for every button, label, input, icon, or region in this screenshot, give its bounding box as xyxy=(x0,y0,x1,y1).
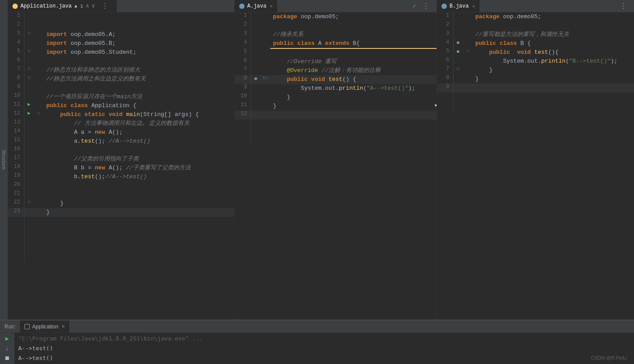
code-cell[interactable] xyxy=(44,190,234,199)
code-cell[interactable] xyxy=(44,146,234,155)
run-tab-application[interactable]: Application ✕ xyxy=(20,320,69,332)
tab-close-a[interactable]: ✕ xyxy=(270,4,273,9)
table-row: 12 xyxy=(235,111,437,120)
code-cell[interactable] xyxy=(44,181,234,190)
code-cell[interactable]: } xyxy=(44,208,234,217)
code-cell[interactable]: import oop.demo05.A; xyxy=(44,30,234,39)
table-row: 13 // 方法事物调用只和左边, 定义的数据有关 xyxy=(8,119,234,128)
run-toolbar: ▶ ↓ ⏹ xyxy=(0,333,15,364)
gutter-cell xyxy=(24,84,34,92)
code-cell[interactable] xyxy=(44,57,234,66)
gutter-cell xyxy=(24,119,34,128)
gutter-cell2 xyxy=(34,39,44,48)
line-number: 20 xyxy=(8,181,24,190)
code-cell[interactable]: public class Application { xyxy=(44,101,234,110)
gutter-cell2 xyxy=(34,164,44,172)
pane2-menu-icon[interactable]: ⋮ xyxy=(419,2,433,11)
code-cell[interactable]: //静态方法调用之和左边定义的数有关 xyxy=(44,75,234,84)
pane3-code-scroll[interactable]: 1 package oop.demo05; 2 xyxy=(437,12,634,320)
code-cell[interactable]: //父类的引用指向了子类 xyxy=(44,155,234,164)
scroll-down-button[interactable]: ↓ xyxy=(3,344,12,352)
fold-down-icon[interactable]: ∨ xyxy=(92,3,95,9)
code-cell[interactable]: //静态方法和非静态的方法区别很大 xyxy=(44,66,234,75)
table-row: 8 ● ↑◻ public void test() { xyxy=(235,75,437,84)
run-tab-bar: Run: Application ✕ xyxy=(0,320,634,333)
gutter-cell xyxy=(24,172,34,181)
code-cell[interactable]: import oop.demo05.B; xyxy=(44,39,234,48)
structure-tab[interactable]: Structure xyxy=(0,0,8,320)
code-cell[interactable]: A a = new A(); xyxy=(44,128,234,137)
table-row: 5 xyxy=(235,48,437,57)
pane1-code-scroll[interactable]: 1 2 xyxy=(8,12,234,320)
table-row: 6 xyxy=(8,57,234,66)
code-cell[interactable] xyxy=(44,84,234,92)
run-label: Run: xyxy=(0,324,20,330)
run-tab-close[interactable]: ✕ xyxy=(61,324,65,329)
table-row: 8 } xyxy=(437,75,634,84)
gutter-cell xyxy=(24,137,34,146)
run-output: "C:\Program Files\Java\jdk1.8.0_251\bin\… xyxy=(15,333,634,364)
run-button[interactable]: ▶ xyxy=(3,335,12,343)
gutter-cell2 xyxy=(34,75,44,84)
editor-pane-2: A.java ✕ ✓ ⋮ xyxy=(235,0,437,320)
gutter-cell2 xyxy=(34,146,44,155)
tab-warning-badge: ▲ 1 xyxy=(74,4,83,9)
gutter-cell: ◻ xyxy=(24,66,34,75)
gutter-cell2 xyxy=(34,199,44,208)
java-file-icon-b xyxy=(441,4,447,9)
csdn-credit: CSDN @R.PeiLi xyxy=(591,355,627,360)
table-row: 5 ● ◁ public void test(){ xyxy=(437,48,634,57)
editor-pane-1: Application.java ▲ 1 ∧ ∨ ⋮ xyxy=(8,0,235,320)
code-cell[interactable]: b.test();//A-->test() xyxy=(44,172,234,181)
code-cell[interactable] xyxy=(44,12,234,21)
gutter-cell2 xyxy=(34,12,44,21)
code-cell[interactable]: } xyxy=(44,199,234,208)
line-number: 11 xyxy=(8,101,24,110)
editor-pane-3: B.java ✕ ⋮ xyxy=(437,0,634,320)
line-number: 5 xyxy=(8,48,24,57)
code-cell[interactable]: a.test(); //A-->test() xyxy=(44,137,234,146)
code-cell[interactable]: //一个项目应该只存在一个main方法 xyxy=(44,92,234,101)
table-row: 20 xyxy=(8,181,234,190)
fold-up-icon[interactable]: ∧ xyxy=(86,3,89,9)
run-panel: Run: Application ✕ ▶ ↓ ⏹ "C:\Program Fil… xyxy=(0,320,634,364)
gutter-cell xyxy=(24,39,34,48)
gutter-cell2 xyxy=(34,128,44,137)
tab-application-java[interactable]: Application.java ▲ 1 ∧ ∨ ⋮ xyxy=(8,0,117,12)
line-number: 12 xyxy=(8,110,24,119)
gutter-cell2 xyxy=(34,48,44,57)
table-row: 3 //重写都是方法的重写，和属性无关 xyxy=(437,30,634,39)
java-file-icon-a xyxy=(239,4,245,9)
output-line-2: A-->test() xyxy=(18,344,630,353)
gutter-cell2 xyxy=(34,137,44,146)
code-cell[interactable]: // 方法事物调用只和左边, 定义的数据有关 xyxy=(44,119,234,128)
line-number: 19 xyxy=(8,172,24,181)
run-content: ▶ ↓ ⏹ "C:\Program Files\Java\jdk1.8.0_25… xyxy=(0,333,634,364)
pane1-menu-icon[interactable]: ⋮ xyxy=(98,2,112,11)
gutter-cell xyxy=(24,208,34,217)
code-cell[interactable] xyxy=(44,21,234,30)
code-cell[interactable]: B b = new A(); //子类重写了父类的方法 xyxy=(44,164,234,172)
line-number: 3 xyxy=(8,30,24,39)
gutter-cell2 xyxy=(34,30,44,39)
table-row: 6 System.out.println("B-->test()"); xyxy=(437,57,634,66)
gutter-cell xyxy=(24,181,34,190)
tab-a-java[interactable]: A.java ✕ xyxy=(235,0,277,12)
pane2-code-scroll[interactable]: 1 package oop.demo05; 2 xyxy=(235,12,437,320)
table-row: 7 @Override //注解：有功能的注释 xyxy=(235,66,437,75)
line-number: 18 xyxy=(8,164,24,172)
table-row: 1 package oop.demo05; xyxy=(235,12,437,21)
code-cell[interactable]: public static void main(String[] args) { xyxy=(44,110,234,119)
tab-b-java[interactable]: B.java ✕ xyxy=(437,0,480,12)
table-row: 14 A a = new A(); xyxy=(8,128,234,137)
table-row xyxy=(8,235,234,244)
table-row: 11 ▶ public class Application { xyxy=(8,101,234,110)
code-cell[interactable]: import oop.demo05.Student; xyxy=(44,48,234,57)
pane3-menu-icon[interactable]: ⋮ xyxy=(616,2,630,11)
stop-button[interactable]: ⏹ xyxy=(3,354,12,362)
gutter-cell xyxy=(24,155,34,164)
output-line-1: "C:\Program Files\Java\jdk1.8.0_251\bin\… xyxy=(18,334,630,344)
table-row: 2 xyxy=(8,21,234,30)
tab-close-b[interactable]: ✕ xyxy=(472,4,475,9)
gutter-cell2 xyxy=(34,172,44,181)
